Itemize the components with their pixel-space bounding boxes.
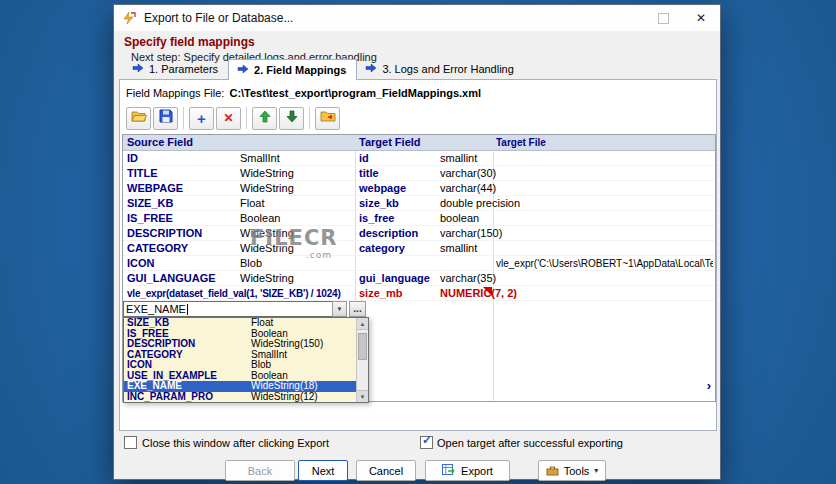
tools-label: Tools — [564, 465, 590, 477]
back-button[interactable]: Back — [225, 460, 295, 481]
source-field-name: DESCRIPTION — [127, 226, 202, 241]
field-dropdown-list: SIZE_KB Float IS_FREE Boolean DESCRIPTIO… — [123, 317, 369, 403]
source-field-name: GUI_LANGUAGE — [127, 271, 216, 286]
dropdown-item[interactable]: CATEGORY SmallInt — [124, 350, 356, 361]
scroll-down-button[interactable]: ▼ — [357, 390, 368, 402]
dropdown-item-selected[interactable]: EXE_NAME WideString(18) — [124, 381, 356, 392]
move-up-button[interactable] — [252, 107, 277, 130]
toolbar-separator — [309, 107, 310, 129]
export-icon — [442, 463, 456, 478]
target-field-type: varchar(44) — [440, 181, 496, 196]
item-name: INC_PARAM_PRO — [127, 392, 213, 403]
close-icon: ✕ — [696, 11, 706, 25]
text-caret — [187, 304, 188, 315]
source-field-edit-input[interactable]: EXE_NAME — [123, 301, 333, 317]
field-dropdown-button[interactable]: ▼ — [332, 301, 347, 317]
save-mappings-button[interactable] — [153, 107, 178, 130]
folder-arrow-icon — [320, 109, 336, 127]
table-row[interactable]: CATEGORY WideString category smallint — [123, 241, 715, 256]
target-file-value: vle_expr('C:\Users\ROBERT~1\AppData\Loca… — [496, 256, 713, 271]
table-row[interactable]: TITLE WideString title varchar(30) — [123, 166, 715, 181]
export-button[interactable]: Export — [425, 460, 510, 481]
cancel-button[interactable]: Cancel — [356, 460, 416, 481]
maximize-button[interactable] — [646, 5, 680, 31]
open-target-checkbox[interactable]: ✓ — [420, 436, 433, 449]
target-field-name: category — [359, 241, 405, 256]
tools-button[interactable]: Tools ▾ — [538, 460, 606, 481]
close-after-export-checkbox[interactable] — [124, 436, 137, 449]
scroll-up-button[interactable]: ▲ — [357, 318, 368, 330]
table-row[interactable]: IS_FREE Boolean is_free boolean — [123, 211, 715, 226]
tab-parameters[interactable]: 1. Parameters — [124, 59, 228, 80]
table-row[interactable]: ID SmallInt id smallint — [123, 151, 715, 166]
close-button[interactable]: ✕ — [684, 5, 718, 31]
watermark-text: FILECR — [250, 226, 337, 250]
edit-value: EXE_NAME — [126, 303, 186, 315]
item-type: Float — [251, 318, 273, 329]
field-mappings-grid: Source Field Target Field Target File ID… — [122, 134, 716, 402]
column-header-source-field: Source Field — [127, 135, 193, 150]
delete-icon: ✕ — [223, 112, 233, 124]
target-field-type: smallint — [440, 151, 477, 166]
dropdown-item[interactable]: DESCRIPTION WideString(150) — [124, 339, 356, 350]
next-label: Next — [312, 465, 335, 477]
page-title: Specify field mappings — [124, 35, 255, 49]
table-row[interactable]: DESCRIPTION WideString description varch… — [123, 226, 715, 241]
mappings-file-label: Field Mappings File: — [126, 87, 224, 99]
item-type: WideString(18) — [251, 381, 318, 392]
chevron-down-icon: ▼ — [337, 306, 343, 312]
add-mapping-button[interactable]: + — [189, 107, 214, 130]
tab-logs-error-handling[interactable]: 3. Logs and Error Handling — [357, 59, 523, 80]
target-field-name: id — [359, 151, 369, 166]
close-after-export-label: Close this window after clicking Export — [142, 437, 329, 449]
add-icon: + — [197, 111, 206, 126]
item-type: WideString(150) — [251, 339, 323, 350]
source-field-type: WideString — [240, 181, 294, 196]
source-field-type: Blob — [240, 256, 262, 271]
target-field-type: double precision — [440, 196, 520, 211]
dropdown-item[interactable]: ICON Blob — [124, 360, 356, 371]
target-field-name: title — [359, 166, 379, 181]
dropdown-item[interactable]: SIZE_KB Float — [124, 318, 356, 329]
target-field-type: boolean — [440, 211, 479, 226]
tab-label: 2. Field Mappings — [254, 64, 346, 76]
dropdown-scrollbar[interactable]: ▲ ▼ — [356, 318, 368, 402]
next-button[interactable]: Next — [298, 460, 348, 481]
table-row[interactable]: WEBPAGE WideString webpage varchar(44) — [123, 181, 715, 196]
dropdown-item[interactable]: INC_PARAM_PRO WideString(12) — [124, 392, 356, 403]
target-field-name: is_free — [359, 211, 394, 226]
source-field-type: Boolean — [240, 211, 280, 226]
delete-mapping-button[interactable]: ✕ — [216, 107, 241, 130]
item-name: EXE_NAME — [127, 381, 182, 392]
table-row[interactable]: SIZE_KB Float size_kb double precision — [123, 196, 715, 211]
type-mismatch-marker — [483, 287, 492, 296]
target-field-type: varchar(150) — [440, 226, 502, 241]
tab-arrow-icon — [365, 63, 377, 75]
folder-export-button[interactable] — [315, 107, 340, 130]
titlebar[interactable]: Export to File or Database... ✕ — [114, 5, 720, 31]
open-mappings-button[interactable] — [126, 107, 151, 130]
watermark-suffix: .com — [306, 250, 332, 260]
target-field-type: smallint — [440, 241, 477, 256]
scrollbar-thumb[interactable] — [358, 333, 367, 360]
item-name: DESCRIPTION — [127, 339, 195, 350]
source-field-type: SmallInt — [240, 151, 280, 166]
expression-builder-button[interactable]: ... — [349, 301, 366, 317]
source-field-type: WideString — [240, 166, 294, 181]
ellipsis-icon: ... — [353, 306, 361, 312]
move-down-button[interactable] — [279, 107, 304, 130]
source-field-name: WEBPAGE — [127, 181, 183, 196]
grid-scroll-right-icon[interactable]: › — [707, 379, 711, 392]
item-type: WideString(12) — [251, 392, 318, 403]
wizard-tabs: 1. Parameters 2. Field Mappings 3. Logs … — [124, 59, 524, 80]
table-row[interactable]: ICON Blob vle_expr('C:\Users\ROBERT~1\Ap… — [123, 256, 715, 271]
tab-field-mappings[interactable]: 2. Field Mappings — [228, 59, 357, 80]
tab-arrow-icon — [237, 64, 249, 76]
table-row[interactable]: GUI_LANGUAGE WideString gui_language var… — [123, 271, 715, 286]
tab-label: 3. Logs and Error Handling — [382, 63, 513, 75]
source-field-name: CATEGORY — [127, 241, 188, 256]
source-field-name: ID — [127, 151, 138, 166]
chevron-down-icon: ▾ — [594, 466, 598, 475]
table-row-expression[interactable]: vle_expr(dataset_field_val(1, 'SIZE_KB')… — [123, 286, 715, 301]
scroll-up-icon: ▲ — [360, 321, 366, 327]
